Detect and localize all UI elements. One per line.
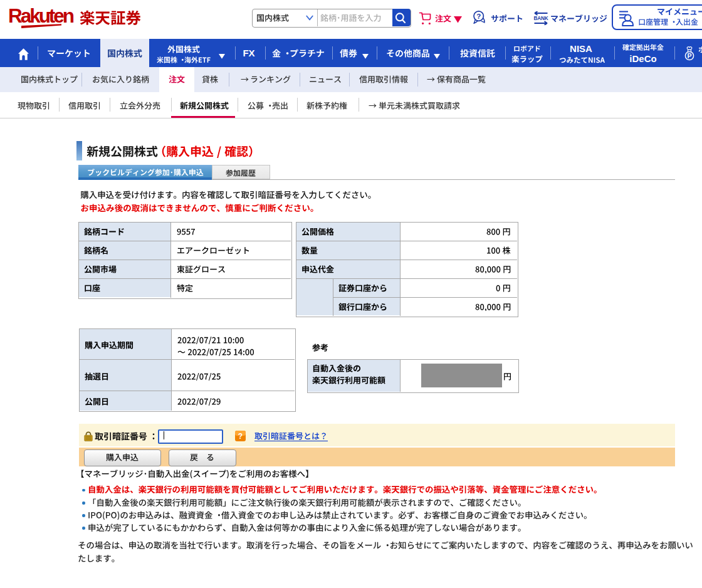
svg-text:P: P xyxy=(687,52,691,60)
svg-text:?: ? xyxy=(476,13,481,20)
svg-text:BANK: BANK xyxy=(534,16,548,21)
svg-text:?: ? xyxy=(238,432,243,441)
